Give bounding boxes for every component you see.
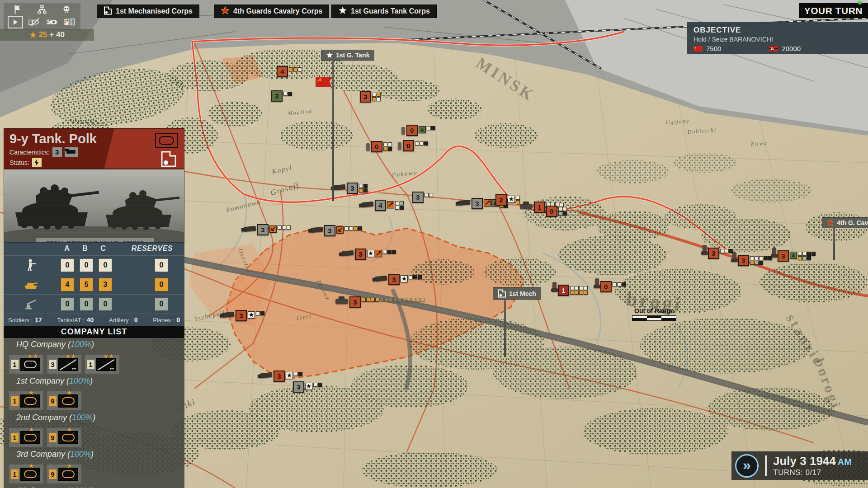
- company-group: 3rd Company (100%)1★9★: [4, 450, 184, 485]
- scale-segment: [647, 318, 661, 320]
- stat-cell[interactable]: 0: [80, 297, 93, 311]
- summary-value: 0: [176, 316, 180, 324]
- corps-button-3[interactable]: 1st Guards Tank Corps: [331, 5, 437, 18]
- map-sign-1st-g-tank[interactable]: 1st G. Tank: [321, 50, 374, 61]
- column-a: A: [58, 244, 76, 253]
- chip-oval-symbol: ★: [58, 431, 78, 444]
- company-chip-row: 1★★3★★1★★: [4, 349, 184, 375]
- sign-label: 1st G. Tank: [336, 52, 369, 59]
- flag-icon[interactable]: [11, 4, 24, 15]
- company-chip-row: 1★9★: [4, 386, 184, 412]
- stat-cell[interactable]: 3: [99, 278, 112, 291]
- skull-icon[interactable]: [60, 4, 73, 15]
- objective-panel: OBJECTIVE Hold / Seize BARANOVICHI 7500 …: [687, 22, 868, 54]
- status-label: Status:: [9, 159, 29, 166]
- stat-cell[interactable]: 0: [99, 258, 112, 272]
- game-screen: KopylGrosoffRomanowoPukowoMogilnaOsselez…: [0, 0, 868, 488]
- turns-counter: TURNS: 0/17: [773, 468, 868, 477]
- corps-button-label: 4th Guards Cavalry Corps: [233, 7, 322, 15]
- company-chip[interactable]: 3★★: [47, 355, 81, 374]
- company-chip[interactable]: 1★: [9, 428, 43, 447]
- company-group: 2nd Company (100%)1★9★: [4, 413, 184, 449]
- stat-cell[interactable]: 4: [61, 278, 74, 291]
- chip-diag-symbol: ★★: [96, 358, 116, 371]
- objective-title: OBJECTIVE: [693, 26, 862, 35]
- meridiem-label: AM: [838, 457, 852, 467]
- company-chip[interactable]: 1★★: [85, 355, 119, 374]
- company-chip[interactable]: 9★: [47, 465, 81, 483]
- sign-icon mech-symbol: [498, 289, 506, 298]
- column-b: B: [76, 244, 94, 253]
- column-reserves: RESERVES: [112, 244, 184, 253]
- sign-pole: [332, 60, 334, 201]
- chip-stars: ★: [66, 389, 72, 396]
- chip-stars: ★: [28, 426, 34, 433]
- infantry-icon: [4, 258, 58, 272]
- command-value-readout: TOTAL COMMAND VALUE: 128/150: [36, 238, 154, 242]
- stat-cell[interactable]: 0: [61, 258, 74, 272]
- company-chip[interactable]: 9★: [47, 391, 81, 410]
- out-of-range-indicator: Out of Range: [632, 307, 676, 321]
- stats-row-infantry: 0000: [4, 255, 184, 275]
- company-chip[interactable]: 1★★: [9, 355, 43, 374]
- play-button[interactable]: [8, 16, 23, 28]
- stat-cell[interactable]: 5: [80, 278, 93, 291]
- end-turn-button[interactable]: »: [735, 454, 759, 478]
- stat-cell[interactable]: 0: [80, 258, 93, 272]
- company-chip-row: 1★9★: [4, 459, 184, 485]
- corps-button-1[interactable]: 1st Mechanised Corps: [97, 5, 199, 18]
- hide-counters-icon[interactable]: [27, 17, 41, 28]
- chip-stars: ★★: [103, 353, 114, 360]
- chip-count: 9: [49, 396, 57, 406]
- reserve-cell-wrap: 0: [115, 275, 184, 294]
- turn-panel: » July 3 1944AM TURNS: 0/17: [731, 451, 868, 480]
- star-icon: ★: [29, 30, 36, 40]
- summary-label: Planes :: [153, 317, 174, 324]
- your-turn-label: YOUR TURN: [804, 5, 863, 16]
- tank-icon: [4, 279, 58, 290]
- map-sign-4th-g-cava-[interactable]: 4th G. Cava...: [822, 217, 868, 228]
- company-name: 3rd Company (100%): [4, 450, 184, 459]
- company-list: HQ Company (100%)1★★3★★1★★1st Company (1…: [4, 338, 184, 488]
- summary-item: Tanks/AT :40: [57, 316, 94, 324]
- sign-pole: [504, 299, 506, 357]
- counter-detail-icon[interactable]: [63, 17, 76, 28]
- objective-description: Hold / Seize BARANOVICHI: [693, 36, 862, 43]
- characteristic-value: 3: [52, 147, 62, 157]
- reserve-cell[interactable]: 0: [155, 297, 168, 311]
- summary-item: Soldiers :17: [8, 316, 42, 324]
- summary-value: 17: [35, 316, 42, 324]
- chip-oval-symbol: ★★: [20, 358, 40, 371]
- objective-axis-points: 20000: [782, 45, 801, 52]
- corps-button-label: 1st Mechanised Corps: [116, 7, 193, 15]
- unit-header: 9-y Tank. Polk Caracteristics: 3 Status:: [4, 128, 184, 169]
- stat-cell[interactable]: 0: [99, 297, 112, 311]
- summary-item: Artillery :0: [109, 316, 137, 324]
- summary-value: 40: [87, 316, 94, 324]
- out-of-range-label: Out of Range: [632, 307, 676, 314]
- scale-segment: [661, 318, 676, 320]
- stat-cell[interactable]: 0: [61, 297, 74, 311]
- chip-stars: ★: [66, 463, 72, 469]
- corps-button-2[interactable]: 4th Guards Cavalry Corps: [214, 5, 329, 18]
- unit-panel: 9-y Tank. Polk Caracteristics: 3 Status:: [4, 128, 184, 488]
- chip-stars: ★: [28, 389, 34, 396]
- reserve-cell[interactable]: 0: [155, 258, 168, 272]
- chip-count: 9: [49, 469, 57, 479]
- org-chart-icon[interactable]: [35, 4, 49, 15]
- unit-title: 9-y Tank. Polk: [9, 131, 179, 146]
- map-sign-1st-mech[interactable]: 1st Mech: [493, 287, 541, 300]
- chip-oval-symbol: ★: [58, 468, 78, 481]
- company-chip[interactable]: 1★: [9, 391, 43, 410]
- sign-label: 1st Mech: [509, 290, 536, 297]
- show-counters-icon[interactable]: [45, 17, 59, 28]
- chip-oval-symbol: ★: [20, 431, 40, 444]
- company-group: 4th Company (100%)1★9★: [4, 486, 184, 488]
- reserve-cell[interactable]: 0: [155, 278, 168, 291]
- company-chip[interactable]: 1★: [9, 465, 43, 483]
- armor-nato-symbol: [155, 133, 178, 148]
- company-chip[interactable]: 9★: [47, 428, 81, 447]
- chip-count: 9: [49, 433, 57, 442]
- unit-photo: TOTAL COMMAND VALUE: 128/150: [4, 169, 184, 242]
- range-scale-bar: [632, 315, 676, 321]
